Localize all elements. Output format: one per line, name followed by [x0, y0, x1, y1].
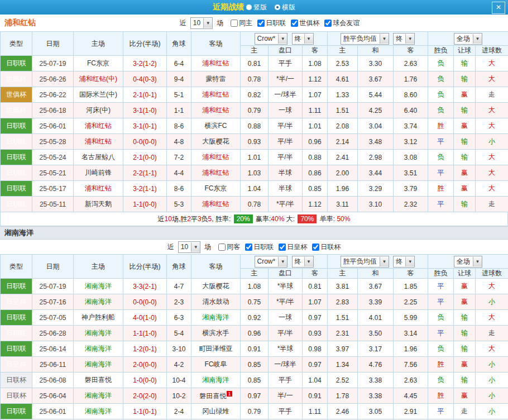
filter-checkbox[interactable]: 日联杯 — [312, 242, 341, 252]
match-row: 世俱杯25-06-26浦和红钻(中)0-4(0-3)9-4蒙特雷0.78*半/一… — [1, 71, 508, 87]
europe-draw-odds-cell: 4.76 — [358, 357, 394, 373]
filter-checkbox[interactable]: 同客 — [218, 242, 240, 252]
home-team-cell: 名古屋鲸八 — [74, 150, 123, 165]
match-row: 日职联25-05-17浦和红钻3-2(1-1)8-6FC东京1.04半球0.85… — [1, 181, 508, 197]
corners-cell: 5-3 — [167, 197, 191, 212]
asia-final-value: 终 — [295, 34, 301, 44]
away-team-cell: 湘南海洋 — [191, 310, 241, 326]
filter-checkbox[interactable]: 球会友谊 — [324, 18, 360, 28]
asia-home-odds-cell: 0.93 — [241, 134, 269, 150]
league-cell: 日职联 — [1, 197, 32, 212]
europe-home-odds-cell: 1.96 — [328, 181, 358, 197]
filter-checkbox[interactable]: 同主 — [231, 18, 252, 28]
away-team-cell: 冈山绿雉 — [191, 404, 241, 419]
checkbox-input[interactable] — [312, 244, 319, 251]
europe-draw-odds-cell: 3.29 — [358, 181, 394, 197]
europe-draw-odds-cell: 3.67 — [358, 71, 394, 87]
radio-label-vertical: 竖版 — [253, 3, 267, 12]
filter-checkbox[interactable]: 世俱杯 — [291, 18, 319, 28]
layout-radio-horizontal[interactable]: 横版 — [275, 3, 295, 12]
filter-checkbox-label: 同主 — [239, 18, 252, 28]
match-result-cell: 负 — [428, 56, 454, 71]
corners-cell: 4-7 — [167, 279, 191, 294]
away-team-name: 湘南海洋 — [4, 228, 33, 238]
checkbox-input[interactable] — [291, 20, 298, 27]
asia-away-odds-cell: 1.12 — [303, 197, 328, 212]
league-cell: 世俱杯 — [1, 71, 32, 87]
summary-segment: 近 — [158, 215, 165, 223]
handicap-line-cell: 一/球半 — [269, 357, 303, 373]
checkbox-input[interactable] — [324, 20, 332, 27]
filter-checkbox[interactable]: 日职联 — [257, 18, 286, 28]
europe-draw-odds-cell: 3.67 — [358, 279, 394, 294]
home-team-cell: 神户胜利船 — [74, 310, 123, 326]
home-team-cell: 浦和红钻(中) — [74, 71, 123, 87]
filter-checkbox-label: 日皇杯 — [287, 242, 307, 252]
bookmaker-select[interactable]: Crow*▼ — [255, 256, 288, 268]
date-cell: 25-06-18 — [32, 103, 74, 118]
checkbox-input[interactable] — [245, 244, 252, 251]
scope-select[interactable]: 全场▼ — [454, 33, 482, 45]
score-cell: 3-2(1-1) — [123, 181, 167, 197]
date-cell: 25-07-19 — [32, 279, 74, 294]
scope-select[interactable]: 全场▼ — [454, 256, 482, 268]
handicap-result-cell: 输 — [454, 326, 476, 341]
league-cell: 日职联 — [1, 404, 32, 419]
league-cell: 日皇杯 — [1, 294, 32, 310]
asia-final-select[interactable]: 终▼ — [292, 256, 314, 268]
section-away-team-header: 湘南海洋 — [0, 226, 508, 240]
corners-cell: 3-10 — [167, 341, 191, 357]
handicap-line-cell: 平/半 — [269, 118, 303, 134]
league-cell: 日职联 — [1, 181, 32, 197]
handicap-result-cell: 输 — [454, 197, 476, 212]
match-count-select[interactable]: 10▼ — [178, 241, 200, 253]
checkbox-input[interactable] — [279, 244, 286, 251]
date-cell: 25-06-14 — [32, 341, 74, 357]
section-home-team-header: 浦和红钻 近 10▼ 场 同主日职联世俱杯球会友谊 — [0, 15, 508, 31]
checkbox-input[interactable] — [231, 20, 238, 27]
europe-draw-odds-cell: 3.30 — [358, 56, 394, 71]
checkbox-input[interactable] — [218, 244, 226, 251]
filter-checkbox[interactable]: 日职联 — [245, 242, 274, 252]
europe-draw-odds-cell: 3.38 — [358, 373, 394, 388]
sub-euro-away: 客 — [394, 46, 428, 56]
filter-checkbox-label: 同客 — [227, 242, 240, 252]
summary-segment: 3 — [198, 215, 202, 223]
record-summary: 近10场,胜2平3负5, 胜率: 20% 赢率:40% 大: 70% 单率: 5… — [0, 212, 508, 226]
asia-away-odds-cell: 1.01 — [303, 118, 328, 134]
handicap-result-cell: 赢 — [454, 118, 476, 134]
europe-draw-odds-cell: 3.39 — [358, 294, 394, 310]
checkbox-input[interactable] — [257, 20, 265, 27]
score-cell: 4-0(1-0) — [123, 310, 167, 326]
filter-checkbox[interactable]: 日皇杯 — [279, 242, 307, 252]
close-icon[interactable]: ✕ — [492, 2, 505, 14]
away-team-cell: 浦和红钻 — [191, 103, 241, 118]
score-cell: 3-2(1-2) — [123, 56, 167, 71]
europe-final-select[interactable]: 终▼ — [393, 33, 415, 45]
match-row: 日职联25-06-01浦和红钻3-1(0-1)8-6横滨FC0.88平/半1.0… — [1, 118, 508, 134]
sub-asia-home: 主 — [241, 46, 269, 56]
europe-draw-odds-cell: 3.44 — [358, 165, 394, 181]
asia-home-odds-cell: 0.79 — [241, 103, 269, 118]
radio-circle-icon — [246, 4, 252, 10]
europe-odds-select[interactable]: 胜平负均值▼ — [341, 256, 389, 268]
europe-away-odds-cell: 3.12 — [394, 134, 428, 150]
corners-cell: 4-4 — [167, 165, 191, 181]
handicap-result-cell: 输 — [454, 71, 476, 87]
match-row: 日职联25-06-01湘南海洋1-1(0-1)2-4冈山绿雉0.79平手1.11… — [1, 404, 508, 419]
match-result-cell: 负 — [428, 373, 454, 388]
europe-final-select[interactable]: 终▼ — [393, 256, 415, 268]
league-cell: 日联杯 — [1, 373, 32, 388]
handicap-result-cell: 输 — [454, 310, 476, 326]
asia-final-select[interactable]: 终▼ — [292, 33, 314, 45]
league-cell: 日职联 — [1, 150, 32, 165]
home-team-cell: 湘南海洋 — [74, 388, 123, 404]
scope-value: 全场 — [457, 34, 470, 44]
col-type: 类型 — [1, 255, 32, 279]
match-count-select[interactable]: 10▼ — [190, 17, 213, 29]
europe-odds-select[interactable]: 胜平负均值▼ — [341, 33, 389, 45]
layout-radio-vertical[interactable]: 竖版 — [246, 3, 267, 12]
bookmaker-select[interactable]: Crow*▼ — [255, 33, 288, 45]
goals-result-cell: 大 — [476, 181, 508, 197]
europe-home-odds-cell: 1.33 — [328, 87, 358, 103]
